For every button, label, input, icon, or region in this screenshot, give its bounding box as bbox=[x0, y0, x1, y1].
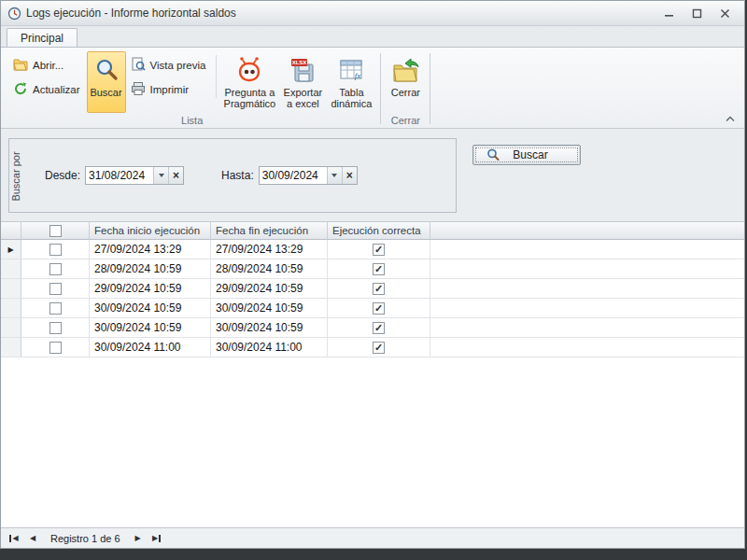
vista-previa-button[interactable]: Vista previa bbox=[126, 55, 213, 76]
cell-ejecucion-correcta: ✓ bbox=[328, 259, 430, 279]
hasta-dropdown-button[interactable] bbox=[327, 167, 342, 184]
pregunta-pragmatico-button[interactable]: Pregunta a Pragmático bbox=[220, 51, 278, 113]
buscar-button-label: Buscar bbox=[500, 148, 561, 161]
header-ejecucion-correcta[interactable]: Ejecución correcta bbox=[328, 222, 430, 240]
ribbon-collapse-chevron[interactable] bbox=[724, 113, 737, 124]
row-select-cell[interactable] bbox=[21, 299, 90, 318]
actualizar-label: Actualizar bbox=[33, 84, 80, 95]
search-icon bbox=[93, 55, 120, 85]
last-record-button[interactable]: ▶ bbox=[148, 531, 165, 546]
table-row[interactable]: ▶27/09/2024 13:2927/09/2024 13:29✓ bbox=[1, 240, 744, 259]
ribbon-group-lista: Abrir... Actualizar bbox=[5, 51, 379, 128]
window-title: Logs ejecución - Informe horizontal sald… bbox=[26, 7, 236, 20]
buscar-ribbon-button[interactable]: Buscar bbox=[87, 51, 126, 113]
grid-header-row: Fecha inicio ejecución Fecha fin ejecuci… bbox=[1, 222, 744, 240]
hasta-clear-button[interactable]: × bbox=[342, 167, 357, 184]
table-row[interactable]: 30/09/2024 10:5930/09/2024 10:59✓ bbox=[1, 318, 744, 338]
row-indicator bbox=[1, 338, 21, 357]
cell-ejecucion-correcta: ✓ bbox=[328, 338, 430, 357]
row-indicator: ▶ bbox=[1, 240, 21, 259]
exportar-excel-button[interactable]: XLSX Exportar a excel bbox=[278, 51, 327, 113]
abrir-button[interactable]: Abrir... bbox=[8, 55, 87, 76]
header-select-all[interactable] bbox=[21, 222, 90, 240]
cell-filler bbox=[430, 318, 744, 338]
buscar-button[interactable]: Buscar bbox=[472, 145, 581, 165]
clear-icon: × bbox=[173, 170, 179, 181]
table-row[interactable]: 30/09/2024 11:0030/09/2024 11:00✓ bbox=[1, 338, 744, 357]
ejecucion-correcta-checkbox[interactable]: ✓ bbox=[373, 283, 385, 295]
tab-principal[interactable]: Principal bbox=[7, 28, 78, 48]
ribbon-group-separator bbox=[430, 53, 430, 124]
buscar-ribbon-label: Buscar bbox=[90, 87, 121, 98]
row-checkbox[interactable] bbox=[49, 322, 62, 334]
select-all-checkbox[interactable] bbox=[49, 225, 62, 237]
header-fecha-inicio[interactable]: Fecha inicio ejecución bbox=[90, 222, 211, 240]
record-count-label: Registro 1 de 6 bbox=[50, 533, 120, 544]
table-row[interactable]: 28/09/2024 10:5928/09/2024 10:59✓ bbox=[1, 259, 744, 279]
minimize-button[interactable] bbox=[660, 6, 677, 21]
ejecucion-correcta-checkbox[interactable]: ✓ bbox=[373, 263, 385, 275]
row-select-cell[interactable] bbox=[21, 279, 90, 299]
desde-label: Desde: bbox=[45, 169, 80, 182]
ejecucion-correcta-checkbox[interactable]: ✓ bbox=[373, 342, 385, 354]
bottom-strip bbox=[0, 549, 747, 560]
close-button[interactable] bbox=[716, 6, 733, 21]
desde-dropdown-button[interactable] bbox=[153, 167, 168, 184]
hasta-label: Hasta: bbox=[221, 169, 254, 182]
header-filler bbox=[430, 222, 744, 240]
print-preview-icon bbox=[131, 57, 146, 74]
desde-clear-button[interactable]: × bbox=[168, 167, 183, 184]
ejecucion-correcta-checkbox[interactable]: ✓ bbox=[373, 302, 385, 315]
previous-record-button[interactable]: ◀ bbox=[24, 531, 41, 546]
hasta-input[interactable] bbox=[260, 167, 327, 184]
app-window: Logs ejecución - Informe horizontal sald… bbox=[0, 0, 745, 549]
desde-input[interactable] bbox=[86, 167, 153, 184]
row-checkbox[interactable] bbox=[49, 342, 62, 354]
row-select-cell[interactable] bbox=[21, 318, 90, 338]
buscar-por-caption: Buscar por bbox=[10, 139, 25, 214]
row-select-cell[interactable] bbox=[21, 338, 90, 357]
results-grid: Fecha inicio ejecución Fecha fin ejecuci… bbox=[1, 221, 744, 527]
header-fecha-fin[interactable]: Fecha fin ejecución bbox=[211, 222, 328, 240]
ribbon-group-separator bbox=[380, 53, 381, 124]
cell-fecha-fin: 28/09/2024 10:59 bbox=[211, 259, 328, 279]
row-checkbox[interactable] bbox=[49, 283, 62, 295]
row-checkbox[interactable] bbox=[49, 244, 62, 256]
row-checkbox[interactable] bbox=[49, 302, 62, 315]
cell-ejecucion-correcta: ✓ bbox=[328, 279, 430, 299]
cell-fecha-inicio: 27/09/2024 13:29 bbox=[90, 240, 211, 259]
first-record-button[interactable]: ◀ bbox=[6, 531, 22, 546]
pragmatico-robot-icon bbox=[235, 55, 263, 85]
next-record-button[interactable]: ▶ bbox=[130, 531, 147, 546]
pivot-table-icon: fx bbox=[338, 55, 364, 85]
exportar-label-line2: a excel bbox=[284, 98, 323, 109]
first-record-icon bbox=[9, 535, 11, 542]
row-select-cell[interactable] bbox=[21, 259, 90, 279]
pregunta-label-line2: Pragmático bbox=[224, 98, 276, 109]
table-row[interactable]: 29/09/2024 10:5929/09/2024 10:59✓ bbox=[1, 279, 744, 299]
row-checkbox[interactable] bbox=[49, 263, 62, 275]
exportar-label-line1: Exportar bbox=[284, 87, 323, 98]
maximize-button[interactable] bbox=[688, 6, 705, 21]
tabla-label-line2: dinámica bbox=[331, 98, 372, 109]
vista-previa-label: Vista previa bbox=[150, 60, 206, 71]
row-select-cell[interactable] bbox=[21, 240, 90, 259]
cerrar-button[interactable]: Cerrar bbox=[386, 51, 425, 113]
table-row[interactable]: 30/09/2024 10:5930/09/2024 10:59✓ bbox=[1, 299, 744, 318]
row-indicator bbox=[1, 279, 21, 299]
cell-filler bbox=[430, 259, 744, 279]
cell-fecha-inicio: 29/09/2024 10:59 bbox=[90, 279, 211, 299]
tabla-dinamica-button[interactable]: fx Tabla dinámica bbox=[327, 51, 375, 113]
group-caption-lista: Lista bbox=[5, 115, 379, 126]
cell-filler bbox=[430, 240, 744, 259]
actualizar-button[interactable]: Actualizar bbox=[8, 79, 87, 100]
ribbon: Abrir... Actualizar bbox=[1, 47, 744, 129]
cell-filler bbox=[430, 338, 744, 357]
title-bar: Logs ejecución - Informe horizontal sald… bbox=[1, 1, 744, 26]
ejecucion-correcta-checkbox[interactable]: ✓ bbox=[373, 322, 385, 334]
cell-fecha-inicio: 30/09/2024 11:00 bbox=[90, 338, 211, 357]
printer-icon bbox=[131, 81, 146, 98]
ejecucion-correcta-checkbox[interactable]: ✓ bbox=[373, 244, 385, 256]
imprimir-button[interactable]: Imprimir bbox=[126, 79, 213, 100]
header-row-indicator bbox=[1, 222, 21, 240]
